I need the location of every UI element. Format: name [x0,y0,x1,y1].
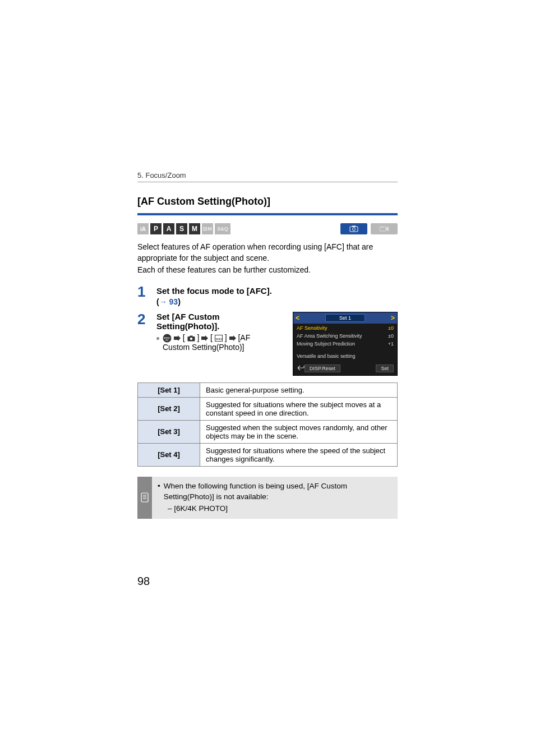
mode-sq-icon: S&Q [215,223,230,234]
camera-tab-icon [187,335,195,342]
set-desc: Suggested when the subject moves randoml… [200,420,398,443]
svg-marker-4 [386,227,389,231]
intro-line-1: Select features of AF operation when rec… [137,241,398,264]
camera-row-value: +1 [388,341,394,347]
mode-creative-video-icon: ⊟M [202,223,213,234]
set-desc: Suggested for situations where the subje… [200,397,398,420]
step-2-number: 2 [137,312,156,376]
bullet-icon [158,481,160,503]
mode-ia-icon: iA [137,223,149,234]
step-1-reference: (→ 93) [156,297,398,306]
mode-p-icon: P [150,223,162,234]
camera-disp-reset: DISP.Reset [305,365,340,372]
svg-text:ꜰᴏᴄᴜꜱ: ꜰᴏᴄᴜꜱ [215,337,223,340]
settings-table: [Set 1] Basic general-purpose setting. [… [137,382,398,467]
mode-row: iA P A S M ⊟M S&Q [137,223,398,234]
table-row: [Set 2] Suggested for situations where t… [138,397,398,420]
path-arrow-icon [174,335,181,341]
page-number: 98 [137,575,150,588]
set-desc: Suggested for situations where the speed… [200,443,398,466]
svg-point-6 [382,227,384,228]
table-row: [Set 4] Suggested for situations where t… [138,443,398,466]
step-2-title: Set [AF Custom Setting(Photo)]. [156,312,279,331]
mode-s-icon: S [176,223,187,234]
table-row: [Set 1] Basic general-purpose setting. [138,382,398,397]
svg-text:SET: SET [165,339,169,342]
intro-line-2: Each of these features can be further cu… [137,264,398,275]
svg-point-12 [190,337,192,340]
camera-set-btn: Set [376,365,394,372]
svg-marker-17 [229,335,236,341]
right-arrow-icon: → [159,297,167,306]
photo-category-icon [340,223,367,234]
note-icon [137,477,152,519]
svg-point-1 [353,228,356,231]
svg-marker-10 [174,335,181,341]
set-name: [Set 3] [138,420,200,443]
camera-row-label: AF Sensitivity [297,325,328,331]
page-ref-link[interactable]: 93 [169,297,178,306]
path-arrow-icon [201,335,208,341]
svg-rect-2 [352,226,356,227]
category-icons [340,223,398,234]
menu-set-icon: MENUSET [163,334,172,343]
back-arrow-icon [297,365,305,372]
camera-row-moving-subject: Moving Subject Prediction +1 [297,340,394,348]
breadcrumb: 5. Focus/Zoom [137,171,398,182]
camera-row-label: Moving Subject Prediction [297,341,355,347]
camera-desc: Versatile and basic setting [293,350,397,362]
camera-row-area-switching: AF Area Switching Sensitivity ±0 [297,332,394,340]
step-1: 1 Set the focus mode to [AFC]. (→ 93) [137,284,398,306]
svg-point-5 [381,227,382,228]
intro-text: Select features of AF operation when rec… [137,241,398,275]
section-title: [AF Custom Setting(Photo)] [137,196,398,208]
step-1-number: 1 [137,284,156,306]
note-bullet: When the following function is being use… [158,481,391,503]
bullet-icon [156,337,159,340]
mode-m-icon: M [189,223,200,234]
ref-close: ) [178,297,181,306]
camera-row-value: ±0 [388,333,394,339]
camera-preview: < Set 1 > AF Sensitivity ±0 AF Area Swit… [293,312,398,376]
mode-a-icon: A [163,223,174,234]
focus-tab-icon: ꜰᴏᴄᴜꜱ [215,335,223,342]
note-sub-item: – [6K/4K PHOTO] [158,504,391,514]
step-2: 2 Set [AF Custom Setting(Photo)]. MENUSE… [137,312,398,376]
set-name: [Set 1] [138,382,200,397]
video-category-icon [371,223,398,234]
set-name: [Set 2] [138,397,200,420]
chevron-right-icon: > [391,314,395,322]
step-1-title: Set the focus mode to [AFC]. [156,286,398,296]
note-text: When the following function is being use… [164,481,391,503]
camera-set-title: Set 1 [325,314,365,322]
svg-rect-13 [190,335,192,336]
svg-rect-18 [141,493,148,502]
path-arrow-icon [229,335,236,341]
title-divider [137,213,398,215]
svg-marker-14 [201,335,208,341]
note-box: When the following function is being use… [137,477,398,519]
svg-rect-0 [350,227,358,232]
camera-row-value: ±0 [388,325,394,331]
camera-preview-header: < Set 1 > [293,312,397,324]
camera-row-label: AF Area Switching Sensitivity [297,333,362,339]
chevron-left-icon: < [296,314,299,322]
menu-path: MENUSET [ ] [ ꜰᴏᴄᴜꜱ ] [AF C [156,333,279,352]
set-desc: Basic general-purpose setting. [200,382,398,397]
camera-row-af-sensitivity: AF Sensitivity ±0 [297,324,394,332]
set-name: [Set 4] [138,443,200,466]
table-row: [Set 3] Suggested when the subject moves… [138,420,398,443]
mode-dial-icons: iA P A S M ⊟M S&Q [137,223,230,234]
